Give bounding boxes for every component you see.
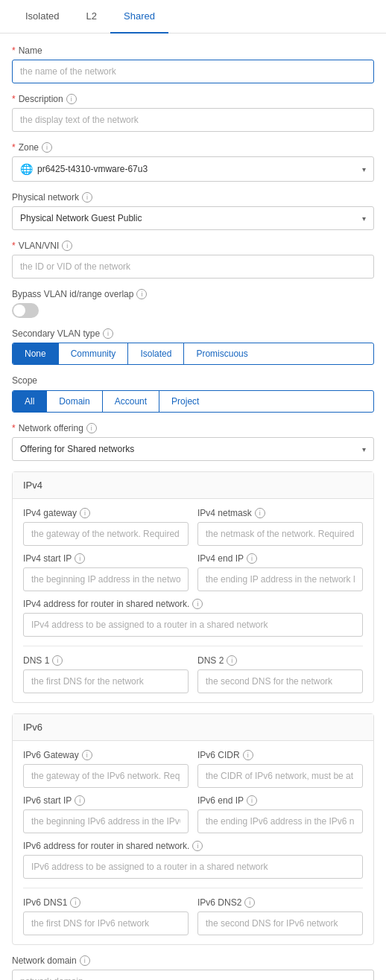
ipv4-dns2-input[interactable]: [197, 669, 363, 693]
ipv4-netmask-info-icon[interactable]: i: [255, 508, 265, 518]
vlan-info-icon[interactable]: i: [62, 241, 72, 251]
tab-l2[interactable]: L2: [73, 0, 110, 34]
scope-btn-group: All Domain Account Project: [12, 390, 374, 413]
physical-network-info-icon[interactable]: i: [82, 192, 92, 203]
bypass-vlan-toggle-knob: [13, 305, 25, 316]
ipv6-gateway-info-icon[interactable]: i: [82, 750, 92, 760]
ipv4-dns1-info-icon[interactable]: i: [52, 655, 63, 666]
ipv6-section-title: IPv6: [13, 714, 373, 741]
ipv6-start-ip-label: IPv6 start IP i: [23, 795, 189, 806]
ipv4-gateway-info-icon[interactable]: i: [80, 508, 90, 518]
description-required-star: *: [12, 94, 16, 104]
zone-value: pr6425-t4310-vmware-67u3: [37, 164, 362, 174]
scope-all[interactable]: All: [13, 391, 47, 412]
ipv6-start-ip-col: IPv6 start IP i: [23, 795, 189, 833]
ipv6-end-ip-info-icon[interactable]: i: [247, 795, 257, 806]
ipv6-cidr-input[interactable]: [197, 764, 363, 788]
vlan-label: * VLAN/VNI i: [12, 241, 374, 251]
ipv6-router-address-group: IPv6 address for router in shared networ…: [23, 841, 363, 879]
ipv4-gateway-input[interactable]: [23, 522, 189, 546]
bypass-vlan-toggle-wrapper: [12, 303, 374, 318]
ipv6-dns1-info-icon[interactable]: i: [70, 897, 80, 908]
secondary-vlan-promiscuous[interactable]: Promiscuous: [184, 343, 259, 364]
ipv6-start-ip-info-icon[interactable]: i: [75, 795, 85, 806]
ipv6-divider: [23, 888, 363, 888]
ipv6-gateway-label-text: IPv6 Gateway: [23, 750, 79, 760]
vlan-input[interactable]: [12, 255, 374, 279]
ipv6-start-ip-input[interactable]: [23, 809, 189, 833]
name-input[interactable]: [12, 60, 374, 83]
network-offering-required-star: *: [12, 423, 16, 433]
ipv6-dns2-label-text: IPv6 DNS2: [197, 897, 241, 908]
physical-network-group: Physical network i Physical Network Gues…: [12, 192, 374, 230]
zone-label: * Zone i: [12, 142, 374, 153]
zone-chevron-icon: ▾: [362, 165, 366, 174]
ipv4-dns2-info-icon[interactable]: i: [227, 655, 237, 666]
ipv4-dns1-input[interactable]: [23, 669, 189, 693]
ipv4-router-info-icon[interactable]: i: [192, 599, 203, 609]
ipv4-router-label-text: IPv4 address for router in shared networ…: [23, 599, 189, 609]
network-offering-info-icon[interactable]: i: [86, 423, 97, 433]
ipv6-cidr-label: IPv6 CIDR i: [197, 750, 363, 760]
ipv4-netmask-input[interactable]: [197, 522, 363, 546]
ipv6-gateway-input[interactable]: [23, 764, 189, 788]
ipv6-cidr-info-icon[interactable]: i: [243, 750, 253, 760]
bypass-vlan-toggle[interactable]: [12, 303, 39, 318]
ipv4-gateway-col: IPv4 gateway i: [23, 508, 189, 546]
bypass-vlan-info-icon[interactable]: i: [136, 289, 147, 299]
network-offering-select[interactable]: Offering for Shared networks ▾: [12, 437, 374, 461]
ipv4-end-ip-input[interactable]: [197, 567, 363, 591]
description-input[interactable]: [12, 108, 374, 132]
ipv6-end-ip-col: IPv6 end IP i: [197, 795, 363, 833]
ipv4-dns-row: DNS 1 i DNS 2 i: [23, 655, 363, 693]
scope-project[interactable]: Project: [159, 391, 211, 412]
ipv6-router-info-icon[interactable]: i: [192, 841, 203, 851]
ipv4-dns2-label-text: DNS 2: [197, 655, 224, 666]
ipv4-end-ip-col: IPv4 end IP i: [197, 553, 363, 591]
network-offering-label: * Network offering i: [12, 423, 374, 433]
secondary-vlan-isolated[interactable]: Isolated: [128, 343, 184, 364]
zone-select[interactable]: 🌐 pr6425-t4310-vmware-67u3 ▾: [12, 156, 374, 182]
ipv6-gateway-label: IPv6 Gateway i: [23, 750, 189, 760]
network-offering-label-text: Network offering: [19, 423, 83, 433]
bypass-vlan-label: Bypass VLAN id/range overlap i: [12, 289, 374, 299]
ipv4-section-content: IPv4 gateway i IPv4 netmask i IPv4: [13, 499, 373, 702]
vlan-label-text: VLAN/VNI: [19, 241, 60, 251]
ipv4-start-ip-info-icon[interactable]: i: [75, 553, 85, 564]
scope-domain[interactable]: Domain: [47, 391, 102, 412]
ipv4-router-address-group: IPv4 address for router in shared networ…: [23, 599, 363, 637]
network-offering-value: Offering for Shared networks: [20, 444, 134, 454]
ipv6-dns2-input[interactable]: [197, 911, 363, 935]
ipv4-start-ip-label: IPv4 start IP i: [23, 553, 189, 564]
physical-network-label-text: Physical network: [12, 192, 79, 203]
scope-account[interactable]: Account: [103, 391, 159, 412]
ipv4-section: IPv4 IPv4 gateway i IPv4 netmask i: [12, 471, 374, 703]
tab-isolated[interactable]: Isolated: [12, 0, 73, 34]
secondary-vlan-btn-group: None Community Isolated Promiscuous: [12, 343, 374, 365]
ipv4-end-ip-info-icon[interactable]: i: [247, 553, 257, 564]
ipv4-router-input[interactable]: [23, 613, 363, 637]
ipv4-netmask-col: IPv4 netmask i: [197, 508, 363, 546]
physical-network-select[interactable]: Physical Network Guest Public ▾: [12, 206, 374, 230]
ipv4-gateway-label: IPv4 gateway i: [23, 508, 189, 518]
ipv6-dns1-input[interactable]: [23, 911, 189, 935]
tab-shared[interactable]: Shared: [110, 0, 168, 34]
network-domain-input[interactable]: [12, 970, 374, 980]
secondary-vlan-info-icon[interactable]: i: [103, 328, 113, 339]
vlan-field-group: * VLAN/VNI i: [12, 241, 374, 279]
ipv6-router-input[interactable]: [23, 855, 363, 879]
bypass-vlan-label-text: Bypass VLAN id/range overlap: [12, 289, 133, 299]
zone-info-icon[interactable]: i: [42, 142, 52, 153]
ipv6-dns2-info-icon[interactable]: i: [244, 897, 255, 908]
description-info-icon[interactable]: i: [66, 94, 77, 104]
network-domain-info-icon[interactable]: i: [80, 955, 90, 966]
ipv4-start-ip-input[interactable]: [23, 567, 189, 591]
secondary-vlan-none[interactable]: None: [13, 343, 59, 364]
secondary-vlan-community[interactable]: Community: [59, 343, 129, 364]
globe-icon: 🌐: [20, 163, 33, 175]
ipv4-section-title: IPv4: [13, 472, 373, 499]
network-domain-group: Network domain i: [12, 955, 374, 980]
ipv4-gateway-netmask-row: IPv4 gateway i IPv4 netmask i: [23, 508, 363, 546]
zone-field-group: * Zone i 🌐 pr6425-t4310-vmware-67u3 ▾: [12, 142, 374, 182]
ipv6-end-ip-input[interactable]: [197, 809, 363, 833]
